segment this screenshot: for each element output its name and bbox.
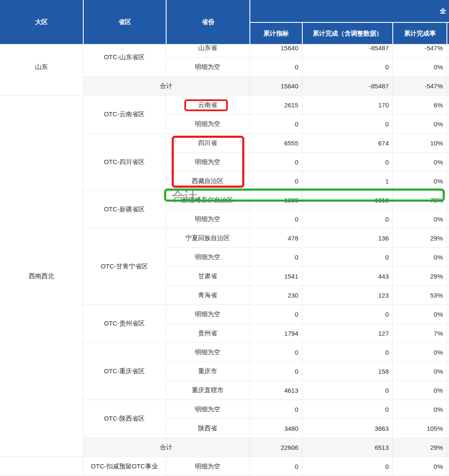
region-cell (0, 457, 83, 476)
done-cell: 0 (302, 248, 392, 267)
province-cell[interactable]: 青海省 (166, 286, 249, 305)
rate-cell: 0% (392, 115, 446, 134)
section-cell[interactable]: OTC-云南省区 (83, 96, 166, 134)
target-cell: 1541 (249, 267, 302, 286)
target-cell: 478 (249, 229, 302, 248)
section-cell[interactable]: OTC-重庆省区 (83, 343, 166, 400)
target-cell: 3480 (249, 419, 302, 438)
stub-cell (446, 419, 449, 438)
province-cell[interactable]: 重庆直辖市 (166, 381, 249, 400)
stub-cell (446, 457, 449, 476)
stub-cell (446, 248, 449, 267)
target-cell: 0 (249, 115, 302, 134)
done-cell: 0 (302, 153, 392, 172)
rate-cell: 0% (392, 153, 446, 172)
target-cell: 6555 (249, 134, 302, 153)
stub-cell (446, 96, 449, 115)
done-cell: 170 (302, 96, 392, 115)
done-cell: 158 (302, 362, 392, 381)
province-cell[interactable]: 重庆市 (166, 362, 249, 381)
rate-cell: 0% (392, 305, 446, 324)
target-cell: 0 (249, 457, 302, 476)
province-cell[interactable]: 新疆维吾尔自治区 (166, 191, 249, 210)
province-cell[interactable]: 明细为空 (166, 457, 249, 476)
table-row: OTC-扣减预留OTC事业 明细为空 0 0 0% (0, 457, 449, 476)
total-label-cell[interactable]: 合计 (83, 77, 249, 96)
rate-cell: 0% (392, 381, 446, 400)
header-stub (446, 22, 449, 44)
stub-cell (446, 172, 449, 191)
province-cell[interactable]: 四川省 (166, 134, 249, 153)
province-cell[interactable]: 云南省 (166, 96, 249, 115)
region-cell: 西南西北 (0, 96, 83, 457)
stub-cell (446, 115, 449, 134)
done-cell: -85487 (302, 77, 392, 96)
province-cell[interactable]: 贵州省 (166, 324, 249, 343)
rate-cell: 0% (392, 57, 446, 77)
rate-cell: 0% (392, 457, 446, 476)
done-cell: 1 (302, 172, 392, 191)
done-cell: 1018 (302, 191, 392, 210)
stub-cell (446, 305, 449, 324)
total-label-cell[interactable]: 合计 (83, 438, 249, 457)
target-cell: 0 (249, 153, 302, 172)
header-group-title: 全 (249, 0, 449, 22)
section-cell[interactable]: OTC-四川省区 (83, 134, 166, 191)
target-cell: 4613 (249, 381, 302, 400)
target-cell: 0 (249, 343, 302, 362)
rate-cell: 105% (392, 419, 446, 438)
province-cell[interactable]: 明细为空 (166, 343, 249, 362)
target-cell: 2615 (249, 96, 302, 115)
section-cell[interactable]: OTC-贵州省区 (83, 305, 166, 343)
section-cell[interactable]: OTC-甘青宁省区 (83, 229, 166, 305)
done-cell: 127 (302, 324, 392, 343)
section-cell[interactable]: OTC-陕西省区 (83, 400, 166, 438)
rate-cell: 0% (392, 400, 446, 419)
stub-cell (446, 324, 449, 343)
province-cell[interactable]: 甘肃省 (166, 267, 249, 286)
done-cell: 0 (302, 115, 392, 134)
province-cell[interactable]: 明细为空 (166, 248, 249, 267)
data-table: 山东 OTC-山东省区 山东省 15640 -85487 -547% 明细为空 … (0, 38, 449, 476)
stub-cell (446, 438, 449, 457)
province-cell[interactable]: 明细为空 (166, 153, 249, 172)
header-cumulative-rate: 累计完成率 (392, 22, 446, 44)
province-cell[interactable]: 明细为空 (166, 400, 249, 419)
rate-cell: 29% (392, 267, 446, 286)
done-cell: 674 (302, 134, 392, 153)
target-cell: 0 (249, 248, 302, 267)
province-cell[interactable]: 宁夏回族自治区 (166, 229, 249, 248)
target-cell: 1300 (249, 191, 302, 210)
target-cell: 15640 (249, 77, 302, 96)
target-cell: 0 (249, 57, 302, 77)
done-cell: 0 (302, 210, 392, 229)
stub-cell (446, 343, 449, 362)
stub-cell (446, 57, 449, 77)
target-cell: 1794 (249, 324, 302, 343)
section-cell[interactable]: OTC-新疆省区 (83, 191, 166, 229)
done-cell: 0 (302, 457, 392, 476)
stub-cell (446, 134, 449, 153)
target-cell: 0 (249, 210, 302, 229)
province-cell[interactable]: 西藏自治区 (166, 172, 249, 191)
rate-cell: 29% (392, 229, 446, 248)
region-cell: 山东 (0, 38, 83, 96)
province-cell[interactable]: 明细为空 (166, 305, 249, 324)
rate-cell: 78% (392, 191, 446, 210)
province-cell[interactable]: 明细为空 (166, 57, 249, 77)
rate-cell: 7% (392, 324, 446, 343)
target-cell: 0 (249, 362, 302, 381)
stub-cell (446, 362, 449, 381)
rate-cell: -547% (392, 77, 446, 96)
rate-cell: 29% (392, 438, 446, 457)
stub-cell (446, 153, 449, 172)
table-header: 大区 省区 省份 全 累计指标 累计完成（含调整数据） 累计完成率 (0, 0, 449, 44)
stub-cell (446, 77, 449, 96)
rate-cell: 0% (392, 248, 446, 267)
province-cell[interactable]: 陕西省 (166, 419, 249, 438)
province-cell[interactable]: 明细为空 (166, 210, 249, 229)
stub-cell (446, 210, 449, 229)
table-body-wrap: 山东 OTC-山东省区 山东省 15640 -85487 -547% 明细为空 … (0, 38, 449, 476)
province-cell[interactable]: 明细为空 (166, 115, 249, 134)
section-cell[interactable]: OTC-扣减预留OTC事业 (83, 457, 166, 476)
